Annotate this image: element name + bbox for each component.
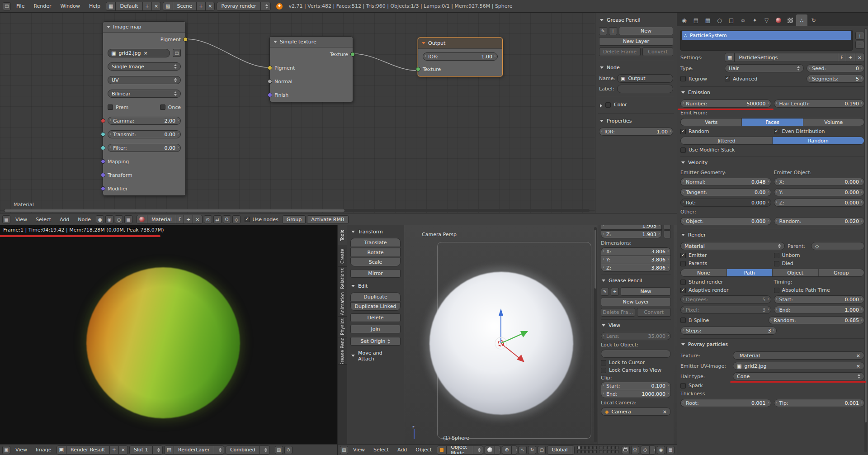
socket-texture-out[interactable] (350, 52, 355, 57)
menu-add[interactable]: Add (394, 446, 410, 454)
socket-filter[interactable] (101, 146, 105, 150)
unlink-icon[interactable]: × (663, 409, 667, 415)
b-spline-checkbox[interactable]: B-Spline (680, 318, 766, 323)
prem-checkbox[interactable]: Prem (108, 104, 128, 110)
socket-pigment-out[interactable] (183, 37, 188, 42)
browse-icon[interactable]: ▦ (725, 53, 735, 62)
node-simple-texture[interactable]: Simple texture Texture Pigment Normal Fi… (269, 36, 353, 102)
collapse-icon[interactable] (681, 161, 685, 164)
tab-physics[interactable]: ↻ (808, 14, 819, 26)
tab-object-data[interactable]: ▽ (761, 14, 772, 26)
shader-type-lamp-icon[interactable]: ○ (115, 215, 123, 223)
color-checkbox[interactable] (605, 102, 611, 108)
shader-type-world-icon[interactable]: ◉ (105, 215, 113, 223)
random-checkbox[interactable]: Random (680, 128, 771, 134)
tab-object[interactable]: □ (726, 14, 737, 26)
unlink-icon[interactable]: × (856, 363, 860, 369)
socket-transform[interactable] (101, 173, 105, 177)
menu-node[interactable]: Node (74, 215, 94, 224)
tab-physics[interactable]: Physics (338, 317, 347, 337)
particle-system-item[interactable]: ∴ ParticleSystem (682, 31, 851, 40)
display-channels-icon[interactable]: ▨ (275, 446, 283, 454)
render-type-path[interactable]: Path (727, 269, 773, 276)
collapse-icon[interactable] (600, 120, 604, 122)
velocity-object-field[interactable]: Object:0.000 (680, 217, 771, 225)
segments-field[interactable]: Segments:5 (807, 75, 864, 83)
render-layer-dropdown[interactable]: ▤ RenderLayer (164, 446, 224, 455)
velocity-y-field[interactable]: Y:0.000 (774, 188, 865, 196)
collapse-icon[interactable] (351, 355, 355, 357)
render-pass-dropdown[interactable]: Combined (226, 446, 270, 455)
regrow-checkbox[interactable]: Regrow (680, 76, 722, 82)
scale-z-field[interactable]: Z:1.903 (601, 230, 662, 238)
emit-from-volume[interactable]: Volume (803, 118, 864, 126)
screen-add-button[interactable]: + (143, 2, 152, 10)
timing-end-field[interactable]: End:1.000 (774, 306, 865, 314)
tab-create[interactable]: Create (338, 246, 347, 267)
transform-manipulator[interactable] (464, 302, 546, 374)
dimension-z-field[interactable]: Z:3.806 (601, 264, 671, 272)
parents-checkbox[interactable]: Parents (680, 261, 771, 266)
menu-view[interactable]: View (12, 446, 31, 454)
socket-texture-in[interactable] (416, 67, 420, 71)
rotate-button[interactable]: Rotate (350, 248, 401, 256)
parent-field[interactable]: ◇ (811, 242, 864, 250)
socket-finish-in[interactable] (268, 93, 272, 97)
pin-icon[interactable]: ⊙ (284, 446, 292, 454)
panel-icon[interactable] (664, 230, 671, 238)
slot-dropdown[interactable]: Slot 1 (129, 446, 163, 455)
horizontal-scrollbar[interactable] (4, 209, 590, 212)
scene-delete-button[interactable]: × (206, 2, 214, 10)
collapse-icon[interactable] (681, 234, 685, 236)
tab-particles[interactable]: ∴ (796, 14, 807, 26)
set-origin-button[interactable]: Set Origin (350, 337, 401, 346)
velocity-random-field[interactable]: Random:0.020 (774, 217, 865, 225)
clip-end-field[interactable]: End:1000.000 (601, 390, 671, 398)
emit-from-verts[interactable]: Verts (681, 118, 742, 126)
pin-icon[interactable]: ⊙ (204, 215, 212, 223)
seed-field[interactable]: Seed:0 (807, 64, 864, 72)
lock-to-object-field[interactable] (601, 350, 671, 358)
use-nodes-checkbox[interactable]: Use nodes (245, 217, 278, 223)
particle-settings-selector[interactable]: ▦ ParticleSettings F + × (725, 53, 864, 62)
socket-modifier[interactable] (101, 186, 105, 191)
timing-random-field[interactable]: Random:0.685 (769, 316, 865, 324)
duplicate-linked-button[interactable]: Duplicate Linked (350, 302, 401, 311)
node-label-field[interactable] (617, 85, 673, 93)
degrees-field[interactable]: Degrees:5 (680, 295, 771, 303)
menu-select[interactable]: Select (32, 215, 55, 224)
menu-view[interactable]: View (12, 215, 31, 224)
snap-target-icon[interactable]: ◇ (232, 215, 241, 223)
lock-camera-checkbox[interactable]: Lock Camera to View (601, 367, 661, 373)
join-button[interactable]: Join (350, 325, 401, 333)
velocity-x-field[interactable]: X:0.000 (774, 178, 865, 186)
ior-field[interactable]: IOR:1.00 (423, 52, 498, 61)
emitter-checkbox[interactable]: Emitter (680, 252, 771, 258)
gamma-field[interactable]: Gamma:2.00 (108, 117, 181, 125)
shader-type-texture-icon[interactable]: ▦ (124, 215, 132, 223)
pencil-icon[interactable]: ✎ (599, 27, 607, 35)
collapse-icon[interactable] (351, 231, 355, 233)
adaptive-render-checkbox[interactable]: Adaptive render (680, 287, 771, 293)
distribution-jittered[interactable]: Jittered (681, 137, 773, 144)
socket-transmit[interactable] (101, 132, 105, 137)
manipulator-rotate-icon[interactable]: ↻ (528, 446, 536, 454)
collapse-icon[interactable] (600, 66, 604, 69)
emit-from-faces[interactable]: Faces (742, 118, 803, 126)
vertical-scrollbar[interactable] (864, 28, 867, 452)
collapse-icon[interactable] (351, 285, 355, 287)
transmit-field[interactable]: Transmit:0.00 (108, 130, 181, 138)
menu-image[interactable]: Image (32, 446, 55, 454)
socket-gamma[interactable] (101, 118, 105, 123)
pivot-dropdown[interactable]: ⊕ (502, 446, 517, 455)
image-datablock[interactable]: ▣grid2.jpg× (108, 49, 170, 57)
local-camera-field[interactable]: ◆Camera× (601, 408, 671, 416)
once-checkbox[interactable]: Once (160, 104, 181, 110)
editor-type-icon[interactable]: ▦ (2, 215, 10, 223)
editor-type-icon[interactable]: ▣ (2, 446, 10, 454)
add-icon[interactable]: + (611, 288, 619, 296)
shader-type-material-icon[interactable]: ● (96, 215, 104, 223)
tab-tools[interactable]: Tools (338, 225, 347, 246)
dimension-y-field[interactable]: Y:3.806 (601, 256, 671, 264)
scene-selector[interactable]: ▧ Scene + × (163, 2, 215, 11)
